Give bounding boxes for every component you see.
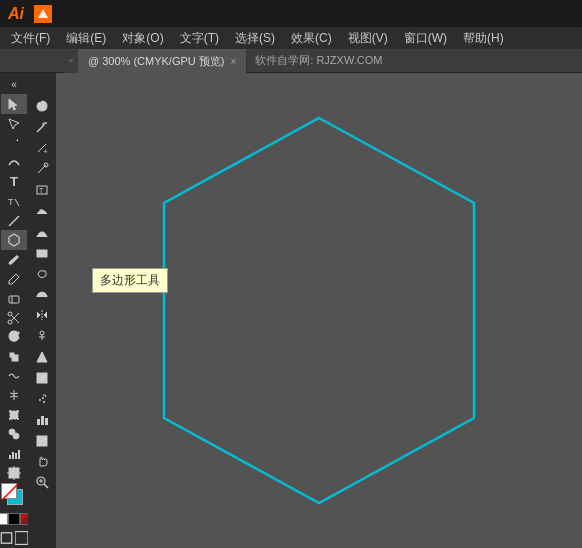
puppet-warp-tool[interactable]	[29, 326, 55, 347]
selection-tool[interactable]	[1, 94, 27, 113]
tab-close-button[interactable]: ×	[230, 56, 236, 67]
svg-rect-56	[37, 419, 40, 425]
shape-builder-tool[interactable]	[1, 425, 27, 444]
pencil-tool[interactable]	[1, 269, 27, 288]
toolbar-col2: + T T	[28, 73, 56, 548]
svg-point-7	[8, 320, 12, 324]
svg-marker-66	[164, 118, 474, 503]
toolbar-left: « T T	[0, 73, 56, 548]
svg-rect-26	[9, 468, 19, 478]
scale-tool[interactable]	[1, 347, 27, 366]
pen-tool[interactable]	[1, 133, 27, 152]
main-area: « T T	[0, 73, 582, 548]
eraser-tool[interactable]	[1, 289, 27, 308]
svg-rect-43	[37, 250, 47, 257]
mesh-tool[interactable]	[29, 367, 55, 388]
column-graph-tool[interactable]	[29, 409, 55, 430]
blob-brush-tool[interactable]	[29, 263, 55, 284]
svg-rect-25	[18, 450, 20, 459]
change-screen-mode[interactable]	[0, 531, 13, 544]
hand-tool[interactable]	[29, 451, 55, 472]
warp-tool[interactable]	[1, 366, 27, 385]
menu-bar: 文件(F) 编辑(E) 对象(O) 文字(T) 选择(S) 效果(C) 视图(V…	[0, 27, 582, 49]
line-tool[interactable]	[1, 211, 27, 230]
reflect-tool[interactable]	[29, 305, 55, 326]
lasso-tool[interactable]	[29, 96, 55, 117]
svg-rect-5	[9, 296, 19, 303]
svg-point-8	[8, 312, 12, 316]
svg-point-45	[40, 331, 44, 335]
type-on-path-tool[interactable]: T	[29, 200, 55, 221]
free-transform-tool[interactable]	[1, 405, 27, 424]
svg-point-17	[17, 410, 19, 412]
touch-type-tool[interactable]: T	[1, 192, 27, 211]
svg-rect-57	[41, 416, 44, 425]
svg-text:T: T	[39, 208, 43, 214]
site-label: 软件自学网: RJZXW.COM	[255, 53, 382, 68]
scissors-tool[interactable]	[1, 308, 27, 327]
zoom-tool[interactable]	[29, 472, 55, 493]
canvas-area: 多边形工具	[56, 73, 582, 548]
menu-window[interactable]: 窗口(W)	[397, 28, 454, 49]
svg-marker-0	[38, 9, 48, 18]
svg-point-19	[9, 418, 11, 420]
menu-effect[interactable]: 效果(C)	[284, 28, 339, 49]
menu-help[interactable]: 帮助(H)	[456, 28, 511, 49]
tab-collapse-left[interactable]: «	[64, 49, 78, 73]
title-bar: Ai	[0, 0, 582, 27]
svg-line-3	[9, 216, 19, 226]
svg-line-31	[2, 484, 18, 500]
menu-edit[interactable]: 编辑(E)	[59, 28, 113, 49]
arc-tool[interactable]	[29, 221, 55, 242]
document-tab[interactable]: @ 300% (CMYK/GPU 预览) ×	[78, 49, 247, 73]
menu-object[interactable]: 对象(O)	[115, 28, 170, 49]
svg-rect-13	[10, 353, 14, 357]
rotate-tool[interactable]	[1, 327, 27, 346]
polygon-tool[interactable]	[1, 230, 27, 249]
svg-text:+: +	[43, 147, 48, 155]
change-screen-mode-2[interactable]	[15, 531, 28, 544]
svg-marker-4	[9, 234, 19, 246]
svg-rect-32	[1, 532, 11, 542]
svg-point-18	[17, 418, 19, 420]
graph-tool[interactable]	[1, 444, 27, 463]
smooth-tool[interactable]	[29, 284, 55, 305]
svg-point-16	[9, 410, 11, 412]
app-icon	[34, 5, 52, 23]
swatch-white[interactable]	[0, 513, 8, 525]
svg-point-55	[43, 401, 45, 403]
fill-color-box[interactable]	[1, 483, 17, 499]
anchor-point-tool[interactable]	[29, 159, 55, 180]
toolbar-col1: « T T	[0, 73, 28, 548]
menu-file[interactable]: 文件(F)	[4, 28, 57, 49]
symbol-sprayer-tool[interactable]	[29, 388, 55, 409]
swatch-black[interactable]	[8, 513, 20, 525]
menu-text[interactable]: 文字(T)	[173, 28, 226, 49]
artboard-tool[interactable]	[1, 463, 27, 482]
paintbrush-tool[interactable]	[1, 250, 27, 269]
width-tool[interactable]	[1, 386, 27, 405]
svg-rect-22	[9, 455, 11, 459]
rectangle-tool[interactable]	[29, 242, 55, 263]
menu-select[interactable]: 选择(S)	[228, 28, 282, 49]
perspective-grid-tool[interactable]	[29, 347, 55, 368]
type-tool[interactable]: T	[1, 172, 27, 191]
toolbar-collapse[interactable]: «	[1, 75, 27, 94]
tab-label: @ 300% (CMYK/GPU 预览)	[88, 54, 224, 69]
app-logo: Ai	[8, 5, 24, 23]
svg-rect-15	[10, 411, 18, 419]
svg-rect-58	[45, 418, 48, 425]
menu-view[interactable]: 视图(V)	[341, 28, 395, 49]
curvature-tool[interactable]	[1, 153, 27, 172]
area-type-tool[interactable]: T	[29, 179, 55, 200]
color-section	[0, 483, 28, 529]
add-anchor-point-tool[interactable]: +	[29, 138, 55, 159]
slice-tool[interactable]	[29, 430, 55, 451]
svg-rect-33	[15, 531, 28, 544]
direct-selection-tool[interactable]	[1, 114, 27, 133]
svg-text:T: T	[39, 187, 44, 194]
svg-point-37	[45, 122, 47, 124]
svg-marker-11	[18, 331, 20, 335]
svg-line-2	[15, 199, 19, 206]
magic-wand-tool[interactable]	[29, 117, 55, 138]
